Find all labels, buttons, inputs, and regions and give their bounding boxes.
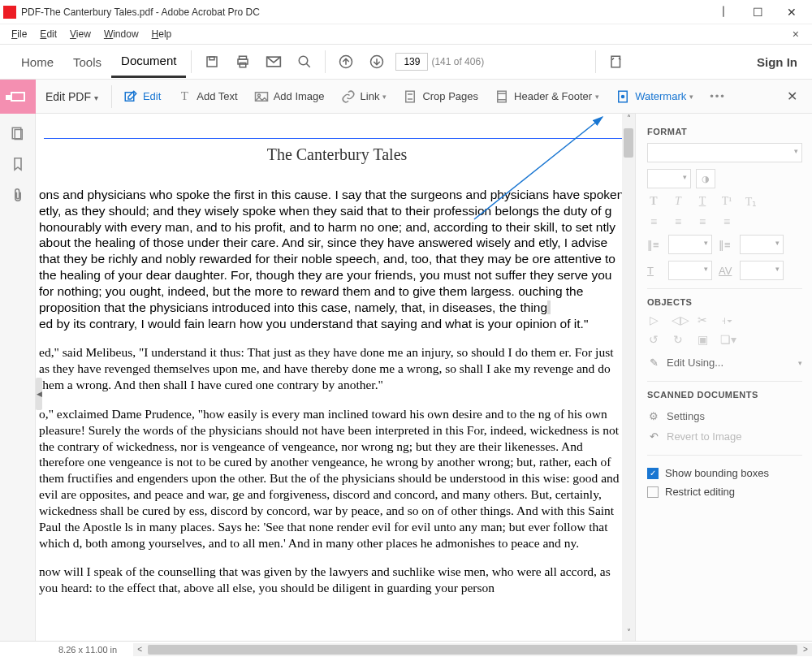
char-spacing-select[interactable]: ▾ (740, 261, 784, 280)
add-text-tool[interactable]: T Add Text (169, 80, 245, 114)
flip-vertical-icon[interactable]: ▷ (647, 313, 660, 326)
header-footer-tool[interactable]: Header & Footer▾ (486, 80, 607, 114)
link-label: Link (361, 90, 380, 102)
subscript-icon[interactable]: T₁ (745, 195, 758, 209)
line-spacing-icon: ‖≡ (647, 235, 662, 254)
crop-object-icon[interactable]: ✂ (696, 313, 709, 326)
close-edit-toolbar-button[interactable]: ✕ (772, 89, 812, 104)
menu-edit[interactable]: Edit (33, 27, 63, 41)
link-tool[interactable]: Link▾ (333, 80, 395, 114)
revert-link[interactable]: ↶ Revert to Image (647, 426, 802, 447)
window-title: PDF-The Canterbury Tales.pdf - Adobe Acr… (21, 6, 260, 18)
scroll-right-button[interactable]: > (799, 645, 812, 654)
underline-icon[interactable]: T (696, 195, 709, 209)
checkbox-checked-icon: ✓ (647, 468, 659, 479)
prev-page-icon[interactable] (337, 53, 355, 71)
align-objects-icon[interactable]: ⫞▾ (720, 313, 733, 326)
restrict-label: Restrict editing (665, 486, 735, 498)
align-left-icon[interactable]: ≡ (647, 215, 660, 228)
edit-tool-label: Edit (143, 90, 161, 102)
rotate-cw-icon[interactable]: ↻ (672, 333, 685, 346)
svg-rect-9 (611, 56, 620, 67)
bookmark-icon[interactable] (10, 156, 26, 172)
font-size-select[interactable]: ▾ (647, 169, 691, 188)
page-number-input[interactable] (395, 53, 428, 71)
tab-document[interactable]: Document (111, 45, 186, 78)
menu-bar: File Edit View Window Help × (0, 24, 812, 44)
left-nav-rail (0, 114, 36, 641)
edit-using-dropdown[interactable]: ✎ Edit Using... ▾ (647, 352, 802, 373)
scroll-down-button[interactable]: ˅ (622, 628, 635, 641)
splitter-handle[interactable]: ◀ (36, 378, 42, 410)
thumbnails-icon[interactable] (10, 125, 26, 141)
paragraph[interactable]: ons and physicians who spoke the first i… (39, 187, 627, 331)
align-right-icon[interactable]: ≡ (696, 215, 709, 228)
menu-help[interactable]: Help (145, 27, 179, 41)
line-spacing-select[interactable]: ▾ (668, 235, 712, 254)
align-center-icon[interactable]: ≡ (672, 215, 685, 228)
scroll-up-button[interactable]: ˄ (622, 114, 635, 127)
more-tools-button[interactable]: ••• (702, 90, 734, 102)
replace-image-icon[interactable]: ▣ (696, 333, 709, 346)
text-align-row: ≡ ≡ ≡ ≡ (647, 215, 802, 228)
tab-tools[interactable]: Tools (63, 47, 111, 77)
rotate-ccw-icon[interactable]: ↺ (647, 333, 660, 346)
scroll-left-button[interactable]: < (133, 645, 146, 654)
watermark-tool[interactable]: Watermark▾ (607, 80, 702, 114)
edit-tool[interactable]: Edit (115, 80, 169, 114)
document-title: The Canterbury Tales (39, 145, 635, 164)
crop-icon (403, 89, 417, 104)
edit-using-label: Edit Using... (667, 357, 723, 369)
header-footer-label: Header & Footer (514, 90, 592, 102)
paragraph[interactable]: o," exclaimed Dame Prudence, "how easily… (39, 406, 627, 551)
paragraph-spacing-select[interactable]: ▾ (740, 235, 784, 254)
gear-icon: ⚙ (647, 410, 660, 422)
menu-window[interactable]: Window (97, 27, 145, 41)
objects-heading: OBJECTS (647, 297, 802, 307)
horizontal-scrollbar[interactable]: < > (133, 643, 812, 656)
settings-link[interactable]: ⚙ Settings (647, 406, 802, 426)
paragraph[interactable]: now will I speak of the counselling that… (39, 564, 627, 596)
close-button[interactable]: ✕ (775, 1, 809, 24)
acrobat-icon (3, 6, 16, 19)
show-bounding-boxes-checkbox[interactable]: ✓ Show bounding boxes (647, 464, 802, 482)
main-toolbar: Home Tools Document (141 of 406) Sign In (0, 44, 812, 80)
flip-horizontal-icon[interactable]: ◁▷ (672, 313, 685, 326)
align-justify-icon[interactable]: ≡ (720, 215, 733, 228)
crop-pages-tool[interactable]: Crop Pages (395, 80, 486, 114)
objects-row-1: ▷ ◁▷ ✂ ⫞▾ (647, 313, 802, 326)
next-page-icon[interactable] (368, 53, 386, 71)
bold-icon[interactable]: T (647, 195, 660, 209)
horizontal-scale-select[interactable]: ▾ (668, 261, 712, 280)
scroll-thumb[interactable] (624, 128, 633, 158)
tab-home[interactable]: Home (11, 47, 63, 77)
save-icon[interactable] (203, 53, 221, 71)
fullscreen-icon[interactable] (607, 53, 625, 71)
vertical-scrollbar[interactable]: ˄ ˅ (622, 114, 635, 641)
status-bar: 8.26 x 11.00 in < > (0, 641, 812, 657)
maximize-button[interactable]: ☐ (741, 1, 775, 24)
menu-file[interactable]: File (5, 27, 33, 41)
minimize-button[interactable]: 〡 (706, 1, 741, 24)
show-bb-label: Show bounding boxes (665, 467, 769, 479)
add-image-tool[interactable]: Add Image (246, 80, 333, 114)
document-close-button[interactable]: × (784, 28, 807, 41)
print-icon[interactable] (234, 53, 252, 71)
watermark-label: Watermark (635, 90, 686, 102)
search-icon[interactable] (296, 53, 313, 71)
paragraph[interactable]: ed," said Melibeus, "I understand it thu… (39, 344, 627, 392)
document-pane[interactable]: The Canterbury Tales ons and physicians … (36, 114, 635, 641)
menu-view[interactable]: View (63, 27, 97, 41)
edit-pdf-dropdown[interactable]: Edit PDF ▾ (36, 90, 108, 103)
arrange-icon[interactable]: ❏▾ (720, 333, 733, 346)
sign-in-button[interactable]: Sign In (742, 55, 812, 69)
font-color-picker[interactable]: ◑ (696, 169, 715, 188)
mail-icon[interactable] (265, 53, 283, 71)
attachment-icon[interactable] (10, 187, 26, 203)
edit-icon (123, 89, 138, 104)
superscript-icon[interactable]: T¹ (720, 195, 733, 209)
italic-icon[interactable]: T (672, 195, 685, 209)
font-family-select[interactable]: ▾ (647, 143, 802, 162)
restrict-editing-checkbox[interactable]: Restrict editing (647, 482, 802, 501)
hscroll-thumb[interactable] (148, 645, 797, 655)
